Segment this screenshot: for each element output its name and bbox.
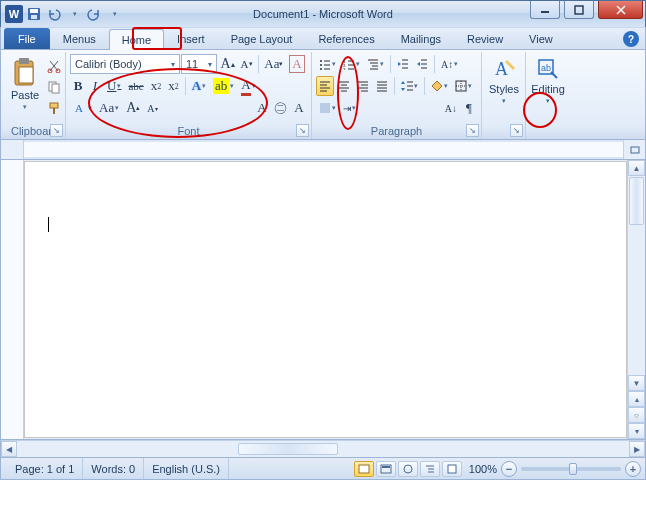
svg-text:3: 3: [343, 67, 346, 70]
bold-button[interactable]: B: [70, 76, 86, 96]
align-left-button[interactable]: [316, 76, 334, 96]
tab-menus[interactable]: Menus: [50, 28, 109, 49]
save-icon[interactable]: [25, 5, 43, 23]
ruler-toggle[interactable]: [623, 140, 645, 159]
view-fullscreen-button[interactable]: [376, 461, 396, 477]
character-shading-button[interactable]: A: [70, 98, 95, 118]
maximize-button[interactable]: [564, 1, 594, 19]
scroll-thumb[interactable]: [629, 177, 644, 225]
paste-button[interactable]: Paste ▾: [8, 54, 42, 118]
fill-button[interactable]: [316, 98, 339, 118]
redo-icon[interactable]: [85, 5, 103, 23]
svg-rect-9: [19, 67, 33, 83]
borders-button[interactable]: [452, 76, 475, 96]
editing-button[interactable]: ab Editing ▾: [530, 54, 566, 118]
italic-button[interactable]: I: [87, 76, 103, 96]
qat-customize-icon[interactable]: [105, 5, 123, 23]
justify-button[interactable]: [373, 76, 391, 96]
clear-formatting-button[interactable]: A: [287, 54, 307, 74]
font-color-button[interactable]: A: [238, 76, 258, 96]
show-marks-button[interactable]: ¶: [461, 98, 477, 118]
subscript-button[interactable]: x2: [148, 76, 165, 96]
shrink-font2-button[interactable]: A▾: [144, 98, 160, 118]
sort-button[interactable]: A↓: [442, 98, 460, 118]
close-button[interactable]: [598, 1, 643, 19]
copy-button[interactable]: [44, 77, 64, 96]
zoom-slider-knob[interactable]: [569, 463, 577, 475]
enclose-characters-button[interactable]: ㊁: [271, 98, 290, 118]
prev-page-button[interactable]: ▴: [628, 391, 645, 407]
svg-rect-61: [320, 103, 330, 113]
tabs-button[interactable]: ⇥: [340, 98, 359, 118]
text-cursor: [48, 217, 49, 232]
format-painter-button[interactable]: [44, 99, 64, 118]
tab-references[interactable]: References: [305, 28, 387, 49]
status-page[interactable]: Page: 1 of 1: [7, 458, 83, 479]
clipboard-dialog-launcher[interactable]: ↘: [50, 124, 63, 137]
character-border-button[interactable]: Aa: [96, 98, 122, 118]
numbering-button[interactable]: 123: [340, 54, 363, 74]
tab-file[interactable]: File: [4, 28, 50, 49]
strikethrough-button[interactable]: abc: [125, 76, 146, 96]
tab-home[interactable]: Home: [109, 29, 164, 50]
paragraph-dialog-launcher[interactable]: ↘: [466, 124, 479, 137]
undo-icon[interactable]: [45, 5, 63, 23]
align-center-button[interactable]: [335, 76, 353, 96]
tab-view[interactable]: View: [516, 28, 566, 49]
align-right-button[interactable]: [354, 76, 372, 96]
superscript-button[interactable]: x2: [165, 76, 182, 96]
scroll-right-button[interactable]: ▶: [629, 441, 645, 457]
multilevel-list-button[interactable]: [364, 54, 387, 74]
increase-indent-button[interactable]: [413, 54, 431, 74]
vertical-scrollbar[interactable]: ▲ ▼ ▴ ○ ▾: [627, 160, 645, 439]
grow-font2-button[interactable]: A▴: [123, 98, 143, 118]
next-page-button[interactable]: ▾: [628, 423, 645, 439]
status-language[interactable]: English (U.S.): [144, 458, 229, 479]
change-case-button[interactable]: Aa▾: [262, 54, 286, 74]
status-words[interactable]: Words: 0: [83, 458, 144, 479]
shrink-font-button[interactable]: A▾: [238, 54, 255, 74]
document-page[interactable]: [24, 161, 627, 438]
shading-button[interactable]: [428, 76, 451, 96]
view-draft-button[interactable]: [442, 461, 462, 477]
svg-rect-14: [50, 103, 58, 108]
zoom-in-button[interactable]: +: [625, 461, 641, 477]
scroll-down-button[interactable]: ▼: [628, 375, 645, 391]
undo-dropdown-icon[interactable]: [65, 5, 83, 23]
browse-object-button[interactable]: ○: [628, 407, 645, 423]
tab-selector[interactable]: [1, 140, 24, 159]
text-direction-button[interactable]: A↕: [438, 54, 461, 74]
zoom-out-button[interactable]: −: [501, 461, 517, 477]
zoom-level[interactable]: 100%: [469, 463, 497, 475]
view-print-layout-button[interactable]: [354, 461, 374, 477]
tab-review[interactable]: Review: [454, 28, 516, 49]
tab-mailings[interactable]: Mailings: [388, 28, 454, 49]
view-outline-button[interactable]: [420, 461, 440, 477]
decrease-indent-button[interactable]: [394, 54, 412, 74]
grow-font-button[interactable]: A▴: [218, 54, 237, 74]
font-name-combo[interactable]: Calibri (Body)▾: [70, 54, 180, 74]
cut-button[interactable]: [44, 56, 64, 75]
phonetic-guide-button[interactable]: A: [254, 98, 270, 118]
text-effects-button[interactable]: A: [189, 76, 209, 96]
scroll-left-button[interactable]: ◀: [1, 441, 17, 457]
tab-insert[interactable]: Insert: [164, 28, 218, 49]
tab-page-layout[interactable]: Page Layout: [218, 28, 306, 49]
font-size-combo[interactable]: 11▾: [181, 54, 217, 74]
vertical-ruler[interactable]: [1, 160, 24, 439]
minimize-button[interactable]: [530, 1, 560, 19]
styles-button[interactable]: A Styles ▾: [486, 54, 522, 118]
underline-button[interactable]: U: [104, 76, 124, 96]
font-dialog-launcher[interactable]: ↘: [296, 124, 309, 137]
zoom-slider[interactable]: [521, 467, 621, 471]
line-spacing-button[interactable]: [398, 76, 421, 96]
highlight-button[interactable]: ab: [210, 76, 237, 96]
view-web-button[interactable]: [398, 461, 418, 477]
horizontal-scrollbar[interactable]: ◀ ▶: [0, 440, 646, 458]
scroll-up-button[interactable]: ▲: [628, 160, 645, 176]
styles-dialog-launcher[interactable]: ↘: [510, 124, 523, 137]
horizontal-ruler[interactable]: [24, 140, 623, 159]
bullets-button[interactable]: [316, 54, 339, 74]
character-scaling-button[interactable]: A: [291, 98, 307, 118]
help-icon[interactable]: ?: [623, 31, 639, 47]
